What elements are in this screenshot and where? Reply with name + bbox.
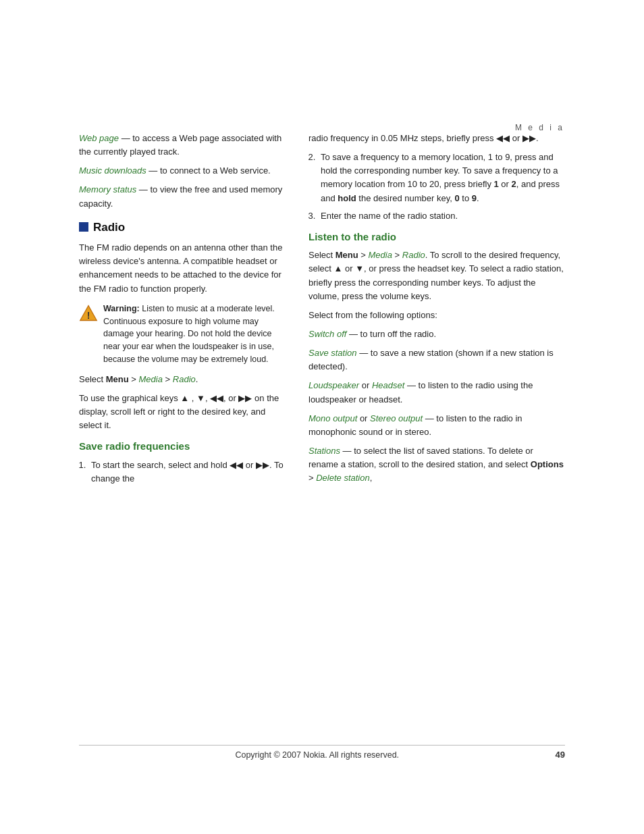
save-step2-bold3: hold — [338, 193, 356, 203]
svg-text:!: ! — [87, 310, 90, 321]
warning-box: ! Warning: Listen to music at a moderate… — [79, 303, 288, 366]
delete-station-italic: Delete station — [316, 473, 370, 483]
save-step-3: Enter the name of the radio station. — [318, 209, 565, 223]
right-steps-list: To save a frequency to a memory location… — [308, 151, 565, 223]
content-area: Web page — to access a Web page associat… — [79, 0, 565, 491]
radio-intro-text: The FM radio depends on an antenna other… — [79, 242, 282, 293]
save-step2-bold4: 0 — [454, 193, 459, 203]
save-step1-sym: ◀◀ or ▶▶ — [230, 460, 269, 470]
radio-square-icon — [79, 222, 88, 232]
or2-text: or — [357, 413, 370, 423]
menu-period: . — [196, 374, 198, 384]
stations-comma: , — [370, 473, 373, 483]
or-text: or — [359, 380, 372, 390]
select-from-text: Select from the following options: — [308, 310, 437, 320]
save-step2-bold5: 9 — [472, 193, 477, 203]
save-step2-bold1: 1 — [494, 179, 499, 189]
graphical-keys-text: To use the graphical keys — [79, 393, 180, 403]
graphical-keys-para: To use the graphical keys ▲ , ▼, ◀◀, or … — [79, 392, 288, 432]
save-step2-mid: or — [499, 179, 512, 189]
music-downloads-text: — to connect to a Web service. — [146, 165, 271, 176]
save-step1-start: To start the search, select and hold — [91, 460, 230, 470]
radio-heading-text: Radio — [93, 219, 125, 236]
warning-text-content: Warning: Listen to music at a moderate l… — [103, 303, 288, 366]
headset-label: Headset — [372, 380, 404, 390]
page: M e d i a Web page — to access a Web pag… — [0, 0, 644, 834]
select-menu-para: Select Menu > Media > Radio. — [79, 373, 288, 386]
memory-status-label: Memory status — [79, 184, 136, 194]
warning-icon: ! — [79, 304, 98, 327]
save-radio-heading: Save radio frequencies — [79, 439, 288, 454]
listen-intro-para: Select Menu > Media > Radio. To scroll t… — [308, 249, 565, 303]
listen-media-italic: Media — [369, 250, 392, 260]
stations-text: — to select the list of saved stations. … — [308, 446, 533, 469]
mono-label: Mono output — [308, 413, 357, 423]
radio-intro-para: The FM radio depends on an antenna other… — [79, 241, 288, 296]
mono-output-para: Mono output or Stereo output — to listen… — [308, 412, 565, 439]
stereo-label: Stereo output — [370, 413, 423, 423]
music-downloads-label: Music downloads — [79, 165, 146, 176]
footer-copyright: Copyright © 2007 Nokia. All rights reser… — [79, 750, 556, 760]
select-from-para: Select from the following options: — [308, 309, 565, 322]
save-step2-end: the desired number key, — [356, 193, 455, 203]
loudspeaker-label: Loudspeaker — [308, 380, 359, 390]
stations-end: > — [308, 473, 316, 483]
save-station-para: Save station — to save a new station (sh… — [308, 346, 565, 373]
save-step1-cont: radio frequency in 0.05 MHz steps, brief… — [308, 133, 496, 143]
radio-section-heading: Radio — [79, 219, 288, 236]
web-page-para: Web page — to access a Web page associat… — [79, 132, 288, 159]
right-column: radio frequency in 0.05 MHz steps, brief… — [308, 132, 565, 491]
graphical-keys-symbols: ▲ , ▼, ◀◀, or ▶▶ — [180, 393, 252, 403]
web-page-label: Web page — [79, 133, 119, 143]
save-step2-bold2: 2 — [512, 179, 516, 189]
footer: Copyright © 2007 Nokia. All rights reser… — [79, 745, 565, 760]
save-step1-sym2: ◀◀ or ▶▶ — [496, 133, 536, 143]
listen-menu-bold: Menu — [336, 250, 358, 260]
save-station-label: Save station — [308, 348, 357, 358]
memory-status-para: Memory status — to view the free and use… — [79, 183, 288, 210]
listen-radio-heading: Listen to the radio — [308, 230, 565, 245]
media-italic: Media — [139, 374, 163, 384]
left-column: Web page — to access a Web page associat… — [79, 132, 288, 491]
save-step1-end2: . — [536, 133, 539, 143]
save-steps-list: To start the search, select and hold ◀◀ … — [79, 459, 288, 486]
stations-label: Stations — [308, 446, 340, 456]
options-bold: Options — [531, 459, 564, 469]
save-step3-text: Enter the name of the radio station. — [321, 211, 458, 221]
page-label: M e d i a — [515, 123, 564, 132]
select-text: Select — [79, 374, 106, 384]
save-step-1: To start the search, select and hold ◀◀ … — [88, 459, 288, 486]
menu-bold: Menu — [106, 374, 129, 384]
listen-sep2: > — [392, 250, 402, 260]
listen-sym: ▲ or ▼ — [334, 263, 365, 273]
stations-para: Stations — to select the list of saved s… — [308, 444, 565, 485]
music-downloads-para: Music downloads — to connect to a Web se… — [79, 164, 288, 178]
save-step1-cont-para: radio frequency in 0.05 MHz steps, brief… — [308, 132, 565, 145]
menu-sep1: > — [129, 374, 139, 384]
save-step-2: To save a frequency to a memory location… — [318, 151, 565, 205]
radio-italic: Radio — [173, 374, 196, 384]
loudspeaker-para: Loudspeaker or Headset — to listen to th… — [308, 379, 565, 406]
listen-intro: Select — [308, 250, 336, 260]
listen-sep1: > — [358, 250, 369, 260]
switch-off-text: — to turn off the radio. — [346, 329, 436, 339]
warning-label: Warning: — [103, 304, 140, 313]
menu-sep2: > — [163, 374, 173, 384]
switch-off-para: Switch off — to turn off the radio. — [308, 328, 565, 341]
save-step2-end2: to — [460, 193, 472, 203]
footer-page-number: 49 — [556, 750, 565, 760]
listen-radio-italic: Radio — [402, 250, 425, 260]
switch-off-label: Switch off — [308, 329, 346, 339]
save-step2-period: . — [477, 193, 479, 203]
